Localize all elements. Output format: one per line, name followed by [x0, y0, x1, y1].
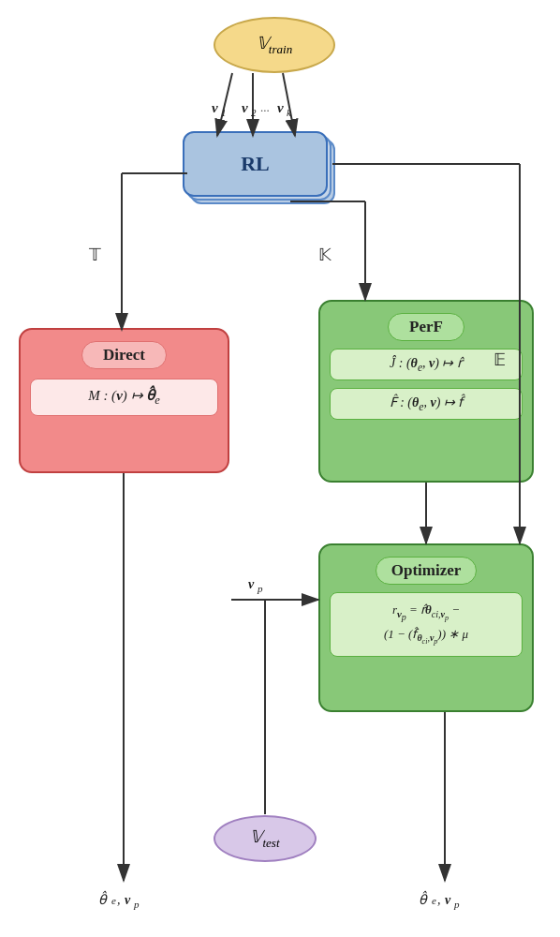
rl-box: RL — [183, 131, 328, 197]
perf-box: PerF Ĵ : (θe, v) ↦ r̂ F̂ : (θe, v) ↦ f̂ — [318, 300, 534, 483]
svg-text:p: p — [453, 899, 460, 910]
perf-title: PerF — [388, 313, 464, 341]
svg-line-4 — [283, 73, 295, 136]
svg-text:1: 1 — [221, 107, 227, 118]
train-ellipse: 𝕍train — [214, 17, 335, 73]
svg-text:v: v — [248, 577, 255, 591]
svg-text:θ̂: θ̂ — [98, 890, 108, 907]
svg-text:v: v — [125, 893, 131, 907]
svg-text:e: e — [432, 895, 436, 906]
svg-text:v: v — [212, 100, 218, 115]
svg-text:···: ··· — [260, 103, 270, 117]
svg-text:k: k — [287, 107, 292, 118]
test-ellipse: 𝕍test — [214, 815, 317, 862]
rl-label: RL — [241, 152, 270, 176]
direct-box: Direct M : (v) ↦ θ̂e — [19, 328, 229, 473]
svg-text:𝕂: 𝕂 — [318, 245, 332, 264]
diagram: 𝕍train RL Direct M : (v) ↦ θ̂e PerF Ĵ : … — [0, 0, 560, 937]
direct-title: Direct — [81, 341, 167, 369]
svg-text:e: e — [111, 895, 116, 906]
optimizer-box: Optimizer rvp = r̂θci,vp − (1 − (f̂θci,v… — [318, 543, 534, 712]
svg-text:v: v — [242, 100, 248, 115]
svg-text:v: v — [277, 100, 284, 115]
svg-text:p: p — [133, 899, 140, 910]
svg-text:θ̂: θ̂ — [419, 890, 428, 907]
perf-formula1: Ĵ : (θe, v) ↦ r̂ — [330, 349, 523, 380]
perf-formula2: F̂ : (θe, v) ↦ f̂ — [330, 388, 523, 420]
test-label: 𝕍test — [250, 826, 279, 851]
optimizer-title: Optimizer — [376, 557, 478, 585]
svg-text:2: 2 — [251, 107, 257, 118]
svg-line-2 — [217, 73, 232, 136]
svg-text:,: , — [437, 893, 441, 907]
svg-text:𝕋: 𝕋 — [88, 245, 101, 264]
svg-text:p: p — [257, 583, 263, 594]
svg-text:,: , — [117, 893, 121, 907]
direct-formula: M : (v) ↦ θ̂e — [30, 379, 218, 416]
svg-text:v: v — [445, 893, 451, 907]
optimizer-formula: rvp = r̂θci,vp − (1 − (f̂θci,vp)) ∗ μ — [330, 592, 523, 657]
train-label: 𝕍train — [257, 33, 292, 57]
